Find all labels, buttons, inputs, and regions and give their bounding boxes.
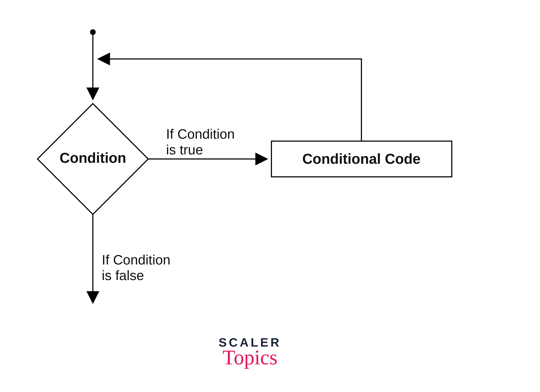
conditional-code-node: Conditional Code <box>271 141 452 177</box>
false-label-line1: If Condition <box>102 252 170 267</box>
scaler-topics-logo: SCALER Topics <box>219 336 281 369</box>
true-label-line1: If Condition <box>166 126 235 141</box>
flowchart-diagram: Condition If Condition is true Condition… <box>0 0 540 392</box>
topics-text: Topics <box>223 346 278 369</box>
true-label-line2: is true <box>166 142 203 157</box>
false-label-line2: is false <box>102 268 144 283</box>
code-label: Conditional Code <box>302 151 421 167</box>
condition-label: Condition <box>60 150 126 166</box>
condition-node: Condition <box>37 104 148 214</box>
